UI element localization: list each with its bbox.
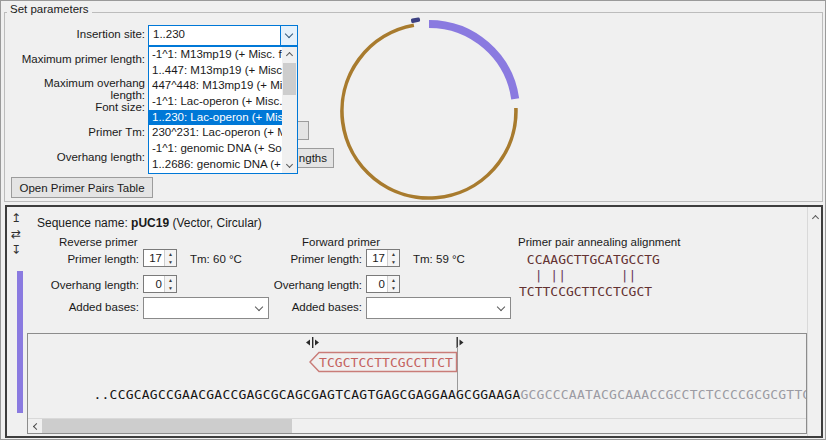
- primer-design-dialog: Set parameters Insertion site: Maximum p…: [0, 0, 826, 440]
- annealing-alignment-title: Primer pair annealing alignment: [518, 236, 680, 248]
- primer-editor-panel: ↥ ⇄ ↧ Sequence name: pUC19 (Vector, Circ…: [5, 205, 823, 438]
- scroll-up-arrow[interactable]: [808, 210, 822, 224]
- expand-top-icon[interactable]: ↥: [11, 211, 21, 225]
- clipped-lengths-button-label: ngths: [299, 152, 327, 164]
- dropdown-item[interactable]: 1..2686: genomic DNA (+ S: [149, 157, 282, 173]
- spinner-up-icon[interactable]: ▲: [388, 250, 399, 258]
- dropdown-item[interactable]: 1..447: M13mp19 (+ Misc.: [149, 63, 282, 79]
- dropdown-item[interactable]: -1^1: genomic DNA (+ Sou: [149, 141, 282, 157]
- spinner-down-icon[interactable]: ▼: [165, 258, 176, 266]
- open-primer-pairs-table-button[interactable]: Open Primer Pairs Table: [11, 177, 153, 198]
- forward-added-bases-label: Added bases:: [230, 301, 362, 313]
- spinner-up-icon[interactable]: ▲: [388, 276, 399, 284]
- insertion-site-value: 1..230: [149, 26, 280, 45]
- forward-added-bases-value[interactable]: [367, 298, 491, 318]
- forward-overhang-length-label: Overhang length:: [230, 279, 362, 291]
- handle-line: [312, 337, 313, 348]
- spinner-down-icon[interactable]: ▼: [388, 258, 399, 266]
- chevron-up-icon: [286, 52, 293, 59]
- set-parameters-title: Set parameters: [7, 3, 92, 15]
- scroll-left-arrow[interactable]: [28, 419, 42, 433]
- forward-primer-length-label: Primer length:: [230, 253, 362, 265]
- insertion-site-dropdown: -1^1: M13mp19 (+ Misc. fe 1..447: M13mp1…: [148, 46, 298, 174]
- annealing-match-pipes: | || ||: [519, 268, 636, 283]
- forward-primer-length-spinner[interactable]: 17 ▲▼: [366, 249, 400, 267]
- insertion-site-combobox[interactable]: 1..230: [148, 25, 298, 46]
- spinner-arrows[interactable]: ▲▼: [164, 276, 176, 292]
- dropdown-item[interactable]: 447^448: M13mp19 (+ Mis: [149, 78, 282, 94]
- forward-added-bases-combobox[interactable]: [366, 297, 511, 319]
- forward-primer-length-value[interactable]: 17: [367, 250, 387, 266]
- dropdown-scrollbar[interactable]: [282, 47, 297, 173]
- scroll-down-arrow[interactable]: [282, 158, 297, 173]
- reverse-overhang-spinner[interactable]: 0 ▲▼: [143, 275, 177, 293]
- dropdown-item[interactable]: -1^1: M13mp19 (+ Misc. fe: [149, 47, 282, 63]
- editor-toolbar: ↥ ⇄ ↧: [8, 211, 24, 257]
- handle-left-arrow-icon: [306, 340, 310, 346]
- reverse-primer-length-value[interactable]: 17: [144, 250, 164, 266]
- chevron-up-icon: [811, 214, 818, 221]
- reverse-primer-heading: Reverse primer: [59, 236, 138, 248]
- plasmid-marker: [411, 17, 421, 23]
- spinner-down-icon[interactable]: ▼: [388, 284, 399, 292]
- spinner-arrows[interactable]: ▲▼: [164, 250, 176, 266]
- max-primer-length-label: Maximum primer length:: [9, 53, 145, 65]
- reverse-primer-length-label: Primer length:: [7, 253, 139, 265]
- sequence-view[interactable]: TCGCTCCTTCGCCTTCT ..CCGCAGCCGAACGACCGAGC…: [27, 333, 807, 434]
- spinner-arrows[interactable]: ▲▼: [387, 250, 399, 266]
- chevron-down-icon: [285, 30, 293, 38]
- sequence-type: (Vector, Circular): [172, 216, 261, 230]
- forward-overhang-spinner[interactable]: 0 ▲▼: [366, 275, 400, 293]
- insertion-site-label: Insertion site:: [9, 28, 145, 40]
- spinner-arrows[interactable]: ▲▼: [387, 276, 399, 292]
- reverse-primer-length-spinner[interactable]: 17 ▲▼: [143, 249, 177, 267]
- spinner-up-icon[interactable]: ▲: [165, 250, 176, 258]
- dropdown-item-selected[interactable]: 1..230: Lac-operon (+ Misc: [149, 110, 282, 126]
- primer-tm-label: Primer Tm:: [9, 126, 145, 138]
- scrollbar-thumb[interactable]: [42, 419, 292, 433]
- chevron-down-icon: [496, 302, 504, 310]
- dropdown-item[interactable]: 230^231: Lac-operon (+ M: [149, 125, 282, 141]
- scrollbar-thumb[interactable]: [283, 63, 296, 95]
- sequence-line: ..CCGCAGCCGAACGACCGAGCGCAGCGAGTCAGTGAGCG…: [29, 372, 807, 417]
- sequence-name-label: Sequence name:: [37, 216, 128, 230]
- combo-dropdown-button[interactable]: [491, 298, 510, 318]
- sequence-name: pUC19: [131, 216, 169, 230]
- upstream-sequence: ..CCGCAGCCGAACGACCGAGCGCAGCGAGTCAGTGAGCG…: [93, 387, 520, 402]
- spinner-down-icon[interactable]: ▼: [165, 284, 176, 292]
- annealing-top-sequence: CCAAGCTTGCATGCCTG: [519, 252, 660, 267]
- forward-overhang-value[interactable]: 0: [367, 276, 387, 292]
- flip-strands-icon[interactable]: ⇄: [11, 227, 21, 241]
- plasmid-map: [329, 9, 529, 205]
- dropdown-item[interactable]: -1^1: Lac-operon (+ Misc.: [149, 94, 282, 110]
- downstream-sequence: GCGCCCAATACGCAAACCGCCTCTCCCCGCGCGTTGGCCG…: [520, 387, 807, 402]
- overhang-length-label: Overhang length:: [9, 151, 145, 163]
- open-primer-pairs-table-label: Open Primer Pairs Table: [19, 182, 144, 194]
- plasmid-region-arc: [429, 24, 515, 99]
- chevron-left-icon: [32, 422, 39, 429]
- reverse-primer-sequence: TCGCTCCTTCGCCTTCT: [319, 355, 453, 370]
- combo-dropdown-button[interactable]: [280, 26, 297, 45]
- handle-right-arrow-icon: [315, 340, 319, 346]
- reverse-overhang-value[interactable]: 0: [144, 276, 164, 292]
- sequence-name-row: Sequence name: pUC19 (Vector, Circular): [37, 216, 262, 230]
- chevron-down-icon: [286, 161, 293, 168]
- primer-start-handle[interactable]: [306, 337, 319, 348]
- forward-primer-heading: Forward primer: [302, 236, 380, 248]
- handle-right-arrow-icon: [460, 340, 464, 346]
- forward-primer-tm: Tm: 59 °C: [413, 253, 465, 265]
- scroll-up-arrow[interactable]: [282, 47, 297, 62]
- sequence-horizontal-scrollbar[interactable]: [28, 418, 806, 433]
- selected-region-bar: [17, 271, 23, 413]
- font-size-label: Font size:: [9, 101, 145, 113]
- spinner-up-icon[interactable]: ▲: [165, 276, 176, 284]
- annealing-bottom-sequence: TCTTCCGCTTCCTCGCT: [519, 284, 652, 299]
- panel-vertical-scrollbar[interactable]: [807, 207, 821, 436]
- reverse-overhang-length-label: Overhang length:: [7, 279, 139, 291]
- reverse-added-bases-label: Added bases:: [7, 301, 139, 313]
- max-overhang-length-label: Maximum overhang length:: [9, 77, 145, 101]
